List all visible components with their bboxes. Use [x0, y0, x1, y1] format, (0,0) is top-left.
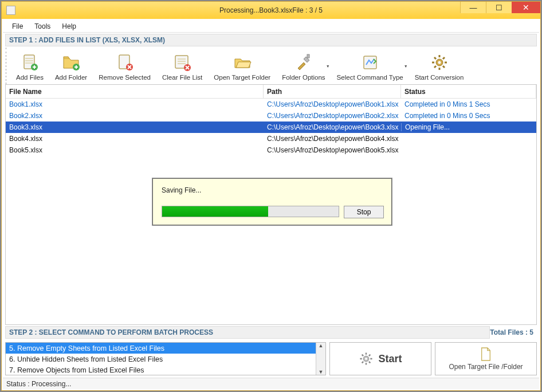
- table-row[interactable]: Book4.xlsxC:\Users\Afroz\Desktop\epower\…: [6, 133, 536, 144]
- add-files-label: Add Files: [16, 74, 44, 81]
- start-button[interactable]: Start: [329, 342, 431, 375]
- tools-icon: [294, 53, 313, 72]
- chevron-down-icon: ▼: [326, 64, 330, 68]
- file-plus-icon: [21, 53, 39, 72]
- select-command-type-button[interactable]: Select Command Type ▼: [331, 48, 409, 84]
- add-files-button[interactable]: Add Files: [10, 48, 49, 84]
- table-row[interactable]: Book2.xlsxC:\Users\Afroz\Desktop\epower\…: [6, 110, 536, 121]
- svg-point-12: [365, 358, 367, 360]
- col-header-path[interactable]: Path: [264, 85, 401, 99]
- cell-name: Book3.xlsx: [6, 123, 264, 131]
- app-icon: [6, 6, 15, 15]
- window-controls: — ☐ ✕: [460, 2, 540, 13]
- cell-status: Completed in 0 Mins 0 Secs: [401, 112, 536, 120]
- file-icon: [480, 347, 492, 362]
- menu-bar: File Tools Help: [3, 20, 539, 33]
- clear-file-list-label: Clear File List: [162, 74, 202, 81]
- folder-options-button[interactable]: Folder Options ▼: [276, 48, 331, 84]
- add-folder-label: Add Folder: [55, 74, 87, 81]
- command-option[interactable]: 5. Remove Empty Sheets from Listed Excel…: [6, 343, 316, 354]
- titlebar[interactable]: Processing...Book3.xlsxFile : 3 / 5 — ☐ …: [2, 2, 540, 19]
- maximize-button[interactable]: ☐: [486, 2, 512, 13]
- svg-point-10: [438, 61, 441, 64]
- chevron-down-icon: ▼: [404, 64, 408, 68]
- folder-plus-icon: [62, 53, 80, 72]
- progress-fill: [162, 206, 268, 217]
- cell-status: Completed in 0 Mins 1 Secs: [401, 100, 536, 108]
- cell-status: Opening File...: [401, 123, 536, 131]
- table-row[interactable]: Book3.xlsxC:\Users\Afroz\Desktop\epower\…: [6, 121, 536, 133]
- folder-open-icon: [233, 53, 252, 72]
- toolbar: Add Files Add Folder Remove Selected Cle…: [5, 48, 537, 84]
- progress-bar: [162, 206, 339, 217]
- cell-name: Book1.xlsx: [6, 100, 264, 108]
- table-row[interactable]: Book5.xlsxC:\Users\Afroz\Desktop\epower\…: [6, 144, 536, 156]
- remove-selected-label: Remove Selected: [99, 74, 151, 81]
- step2-wrap: STEP 2 : SELECT COMMAND TO PERFORM BATCH…: [5, 326, 537, 339]
- add-folder-button[interactable]: Add Folder: [49, 48, 93, 84]
- clear-file-list-button[interactable]: Clear File List: [156, 48, 208, 84]
- stop-button[interactable]: Stop: [344, 206, 384, 218]
- open-target-label: Open Target File /Folder: [449, 363, 523, 371]
- menu-file[interactable]: File: [6, 21, 29, 32]
- start-label: Start: [378, 353, 402, 365]
- progress-message: Saving File...: [162, 186, 201, 194]
- gear-icon: [430, 53, 449, 72]
- close-button[interactable]: ✕: [512, 2, 540, 13]
- table-row[interactable]: Book1.xlsxC:\Users\Afroz\Desktop\epower\…: [6, 99, 536, 110]
- file-list-header: File Name Path Status: [6, 85, 536, 99]
- file-x-icon: [116, 53, 134, 72]
- command-icon: [361, 53, 379, 72]
- col-header-status[interactable]: Status: [401, 85, 536, 99]
- gear-icon: [359, 351, 374, 366]
- list-x-icon: [173, 53, 191, 72]
- app-window: Processing...Book3.xlsxFile : 3 / 5 — ☐ …: [1, 1, 541, 391]
- col-header-name[interactable]: File Name: [6, 85, 264, 99]
- select-command-type-label: Select Command Type: [337, 74, 403, 81]
- status-bar: Status : Processing...: [3, 378, 539, 389]
- svg-rect-7: [307, 54, 309, 58]
- scroll-up-icon[interactable]: ▲: [319, 343, 324, 348]
- scroll-down-icon[interactable]: ▼: [319, 369, 324, 375]
- open-target-button[interactable]: Open Target File /Folder: [435, 342, 537, 375]
- open-target-folder-label: Open Target Folder: [214, 74, 270, 81]
- cell-path: C:\Users\Afroz\Desktop\epower\Book5.xlsx: [264, 146, 401, 154]
- cell-name: Book4.xlsx: [6, 135, 264, 143]
- cell-name: Book2.xlsx: [6, 112, 264, 120]
- progress-dialog: Saving File... Stop: [152, 178, 392, 226]
- cell-path: C:\Users\Afroz\Desktop\epower\Book2.xlsx: [264, 112, 401, 120]
- cell-path: C:\Users\Afroz\Desktop\epower\Book3.xlsx: [264, 123, 401, 131]
- command-scrollbar[interactable]: ▲ ▼: [316, 343, 325, 375]
- start-conversion-label: Start Conversion: [415, 74, 464, 81]
- cell-path: C:\Users\Afroz\Desktop\epower\Book4.xlsx: [264, 135, 401, 143]
- total-files-label: Total Files : 5: [490, 328, 537, 336]
- cell-name: Book5.xlsx: [6, 146, 264, 154]
- step2-header: STEP 2 : SELECT COMMAND TO PERFORM BATCH…: [5, 326, 490, 339]
- minimize-button[interactable]: —: [460, 2, 486, 13]
- bottom-panel: 5. Remove Empty Sheets from Listed Excel…: [5, 342, 537, 375]
- step1-header: STEP 1 : ADD FILES IN LIST (XLS, XLSX, X…: [5, 34, 537, 46]
- menu-tools[interactable]: Tools: [29, 21, 56, 32]
- menu-help[interactable]: Help: [56, 21, 82, 32]
- window-title: Processing...Book3.xlsxFile : 3 / 5: [2, 6, 540, 14]
- start-conversion-button[interactable]: Start Conversion: [409, 48, 470, 84]
- remove-selected-button[interactable]: Remove Selected: [93, 48, 156, 84]
- command-option[interactable]: 6. Unhide Hidden Sheets from Listed Exce…: [6, 354, 316, 364]
- command-option[interactable]: 7. Remove Objects from Listed Excel File…: [6, 364, 316, 375]
- open-target-folder-button[interactable]: Open Target Folder: [208, 48, 276, 84]
- command-list[interactable]: 5. Remove Empty Sheets from Listed Excel…: [5, 342, 326, 375]
- cell-path: C:\Users\Afroz\Desktop\epower\Book1.xlsx: [264, 100, 401, 108]
- folder-options-label: Folder Options: [282, 74, 325, 81]
